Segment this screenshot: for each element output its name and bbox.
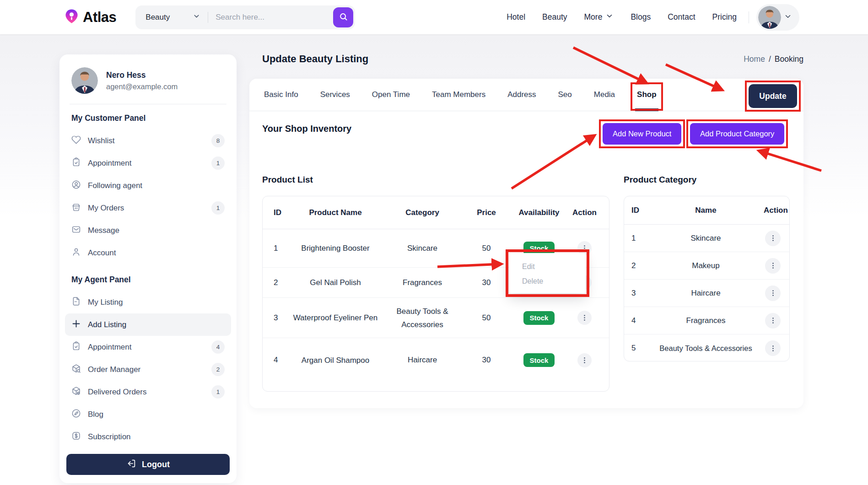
cell-id: 1 xyxy=(274,244,292,253)
tab-basic-info[interactable]: Basic Info xyxy=(264,79,298,111)
table-row: 5 Beauty Tools & Accessories xyxy=(624,334,789,362)
search-input[interactable] xyxy=(216,13,333,22)
package-search-icon xyxy=(71,364,81,376)
sidebar-item-label: Appointment xyxy=(88,159,131,168)
sidebar-item-label: Wishlist xyxy=(88,136,115,146)
count-badge: 1 xyxy=(211,201,225,215)
sidebar-item-message[interactable]: Message xyxy=(65,219,231,242)
row-actions-kebab-icon[interactable] xyxy=(765,286,781,301)
cell-category: Fragrances xyxy=(379,278,466,287)
logout-button[interactable]: Logout xyxy=(66,454,230,475)
cell-name: Fragrances xyxy=(648,316,764,325)
annotation-arrow-shop-tab xyxy=(573,48,646,83)
sidebar-item-add-listing[interactable]: Add Listing xyxy=(65,313,231,336)
search-category-value: Beauty xyxy=(146,13,170,22)
nav-link-beauty[interactable]: Beauty xyxy=(542,12,567,22)
add-new-product-button[interactable]: Add New Product xyxy=(603,123,681,145)
cell-id: 4 xyxy=(274,356,292,365)
cell-category: Beauty Tools & Accessories xyxy=(379,305,466,331)
status-badge: Stock xyxy=(523,353,555,367)
listing-tabs: Basic Info Services Open Time Team Membe… xyxy=(249,79,803,111)
tab-address[interactable]: Address xyxy=(507,79,536,111)
product-category-table: ID Name Action 1 Skincare 2 Makeup 3 Hai… xyxy=(624,196,790,361)
tab-services[interactable]: Services xyxy=(320,79,350,111)
count-badge: 4 xyxy=(211,340,225,354)
cell-name: Makeup xyxy=(648,261,764,270)
breadcrumb-home-link[interactable]: Home xyxy=(744,54,765,64)
tab-open-time[interactable]: Open Time xyxy=(372,79,410,111)
sidebar-item-appointment[interactable]: Appointment 1 xyxy=(65,152,231,174)
sidebar-item-label: Appointment xyxy=(88,343,131,352)
row-actions-kebab-icon[interactable] xyxy=(577,311,592,325)
row-actions-kebab-icon[interactable] xyxy=(765,231,781,246)
nav-link-hotel[interactable]: Hotel xyxy=(507,12,525,22)
sidebar-item-label: Order Manager xyxy=(88,365,140,374)
brand-logo[interactable]: Atlas xyxy=(64,7,116,27)
clipboard-check-icon xyxy=(71,157,81,169)
table-row: 3 Waterproof Eyeliner Pen Beauty Tools &… xyxy=(263,298,609,338)
cell-id: 2 xyxy=(274,278,292,287)
sidebar-item-label: Delivered Orders xyxy=(88,388,147,397)
sidebar-item-label: Account xyxy=(88,248,116,258)
cell-price: 30 xyxy=(466,356,507,365)
sidebar-item-blog[interactable]: Blog xyxy=(65,403,231,426)
user-icon xyxy=(71,247,81,259)
tab-shop[interactable]: Shop xyxy=(637,79,657,111)
sidebar-item-label: My Orders xyxy=(88,204,124,213)
page-title: Update Beauty Listing xyxy=(262,53,368,65)
status-badge: Stock xyxy=(523,311,555,325)
count-badge: 1 xyxy=(211,385,225,399)
active-tab-underline xyxy=(635,108,658,111)
update-button[interactable]: Update xyxy=(749,84,797,108)
sidebar-item-order-manager[interactable]: Order Manager 2 xyxy=(65,358,231,381)
row-actions-kebab-icon[interactable] xyxy=(577,353,592,367)
cell-price: 50 xyxy=(466,313,507,323)
basket-icon xyxy=(71,202,81,214)
tab-seo[interactable]: Seo xyxy=(558,79,572,111)
col-availability: Availability xyxy=(507,208,571,217)
heart-icon xyxy=(71,135,81,147)
sidebar-item-label: Subscription xyxy=(88,432,131,442)
search-bar: Beauty xyxy=(135,5,355,29)
chevron-down-icon xyxy=(605,12,614,22)
nav-link-contact[interactable]: Contact xyxy=(668,12,695,22)
sidebar-item-my-listing[interactable]: My Listing xyxy=(65,291,231,313)
avatar xyxy=(71,67,98,94)
sidebar-item-wishlist[interactable]: Wishlist 8 xyxy=(65,129,231,152)
sidebar-item-agent-appointment[interactable]: Appointment 4 xyxy=(65,336,231,358)
tab-team-members[interactable]: Team Members xyxy=(432,79,485,111)
add-product-category-button[interactable]: Add Product Category xyxy=(690,123,784,145)
top-nav-links: Hotel Beauty More Blogs Contact Pricing xyxy=(507,12,737,22)
context-menu-delete[interactable]: Delete xyxy=(509,274,586,289)
sidebar-item-label: Blog xyxy=(88,410,103,419)
sidebar-item-subscription[interactable]: Subscription xyxy=(65,426,231,448)
agent-panel-title: My Agent Panel xyxy=(71,275,225,285)
logout-icon xyxy=(126,458,136,471)
sidebar-item-following-agent[interactable]: Following agent xyxy=(65,174,231,197)
search-icon xyxy=(339,12,348,23)
add-product-category-wrap: Add Product Category xyxy=(690,123,784,145)
row-actions-kebab-icon[interactable] xyxy=(765,258,781,274)
document-icon xyxy=(71,296,81,308)
tab-media[interactable]: Media xyxy=(594,79,615,111)
search-category-select[interactable]: Beauty xyxy=(146,12,200,22)
cell-category: Skincare xyxy=(379,244,466,253)
sidebar-item-account[interactable]: Account xyxy=(65,242,231,264)
chevron-down-icon xyxy=(784,12,792,22)
nav-link-pricing[interactable]: Pricing xyxy=(712,12,737,22)
user-menu[interactable] xyxy=(756,4,799,31)
row-actions-kebab-icon[interactable] xyxy=(765,340,781,356)
profile-email: agent@example.com xyxy=(106,82,178,91)
user-circle-icon xyxy=(71,180,81,192)
listing-editor-card: Basic Info Services Open Time Team Membe… xyxy=(249,79,803,408)
sidebar-item-my-orders[interactable]: My Orders 1 xyxy=(65,197,231,219)
sidebar-item-delivered-orders[interactable]: Delivered Orders 1 xyxy=(65,381,231,403)
search-button[interactable] xyxy=(333,7,353,27)
add-new-product-wrap: Add New Product xyxy=(603,123,681,145)
row-actions-kebab-icon[interactable] xyxy=(765,313,781,329)
nav-link-more[interactable]: More xyxy=(584,12,614,22)
nav-divider xyxy=(749,11,749,23)
nav-link-blogs[interactable]: Blogs xyxy=(631,12,651,22)
context-menu-edit[interactable]: Edit xyxy=(509,259,586,274)
product-category-title: Product Category xyxy=(624,175,696,185)
